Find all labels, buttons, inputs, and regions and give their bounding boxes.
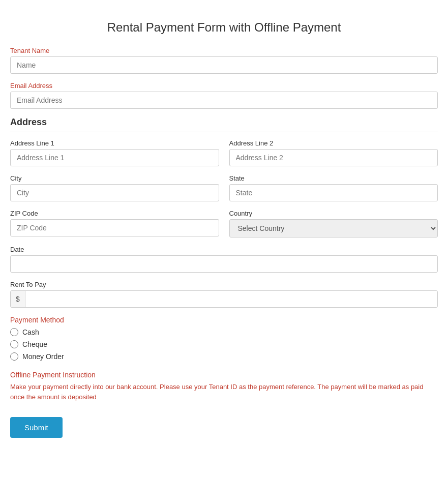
address-section: Address Address Line 1 Address Line 2 Ci… xyxy=(10,117,438,238)
city-input[interactable] xyxy=(10,184,219,201)
payment-radio-group: Cash Cheque Money Order xyxy=(10,328,438,361)
country-label: Country xyxy=(229,210,438,217)
tenant-name-field-group: Tenant Name xyxy=(10,47,438,74)
offline-instruction-title: Offline Payment Instruction xyxy=(10,371,438,379)
radio-money-order[interactable] xyxy=(10,352,18,361)
radio-cheque-label: Cheque xyxy=(22,340,47,348)
tenant-name-input[interactable] xyxy=(10,56,438,74)
address-line2-label: Address Line 2 xyxy=(229,139,438,147)
payment-method-group: Payment Method Cash Cheque Money Order xyxy=(10,316,438,361)
email-field-group: Email Address xyxy=(10,82,438,109)
city-state-row: City State xyxy=(10,174,438,201)
offline-instruction-text: Make your payment directly into our bank… xyxy=(10,382,438,402)
country-select[interactable]: Select Country United States United King… xyxy=(229,219,438,238)
page-title: Rental Payment Form with Offline Payment xyxy=(10,20,438,35)
date-input[interactable] xyxy=(10,255,438,273)
zip-label: ZIP Code xyxy=(10,210,219,217)
rent-prefix: $ xyxy=(11,291,25,307)
email-input[interactable] xyxy=(10,92,438,109)
city-label: City xyxy=(10,174,219,182)
payment-option-cheque[interactable]: Cheque xyxy=(10,340,438,348)
payment-option-cash[interactable]: Cash xyxy=(10,328,438,336)
date-field-group: Date xyxy=(10,246,438,273)
zip-input[interactable] xyxy=(10,219,219,236)
date-label: Date xyxy=(10,246,438,253)
address-divider xyxy=(10,132,438,132)
address-heading: Address xyxy=(10,117,438,128)
country-group: Country Select Country United States Uni… xyxy=(229,210,438,238)
rent-input[interactable] xyxy=(25,291,437,307)
address-line2-input[interactable] xyxy=(229,149,438,166)
state-input[interactable] xyxy=(229,184,438,201)
address-lines-row: Address Line 1 Address Line 2 xyxy=(10,139,438,166)
address-line2-group: Address Line 2 xyxy=(229,139,438,166)
offline-instruction-section: Offline Payment Instruction Make your pa… xyxy=(10,371,438,402)
address-line1-input[interactable] xyxy=(10,149,219,166)
submit-button[interactable]: Submit xyxy=(10,417,63,438)
radio-cash[interactable] xyxy=(10,328,18,336)
zip-country-row: ZIP Code Country Select Country United S… xyxy=(10,210,438,238)
radio-cheque[interactable] xyxy=(10,340,18,348)
rent-field-group: Rent To Pay $ xyxy=(10,281,438,308)
address-line1-label: Address Line 1 xyxy=(10,139,219,147)
zip-group: ZIP Code xyxy=(10,210,219,238)
payment-option-money-order[interactable]: Money Order xyxy=(10,352,438,361)
state-group: State xyxy=(229,174,438,201)
rental-payment-form: Tenant Name Email Address Address Addres… xyxy=(10,47,438,438)
rent-input-wrapper: $ xyxy=(10,290,438,308)
state-label: State xyxy=(229,174,438,182)
city-group: City xyxy=(10,174,219,201)
radio-money-order-label: Money Order xyxy=(22,352,64,361)
tenant-name-label: Tenant Name xyxy=(10,47,438,54)
radio-cash-label: Cash xyxy=(22,328,39,336)
payment-method-label: Payment Method xyxy=(10,316,438,324)
email-label: Email Address xyxy=(10,82,438,90)
rent-label: Rent To Pay xyxy=(10,281,438,288)
page-container: Rental Payment Form with Offline Payment… xyxy=(0,10,448,453)
address-line1-group: Address Line 1 xyxy=(10,139,219,166)
